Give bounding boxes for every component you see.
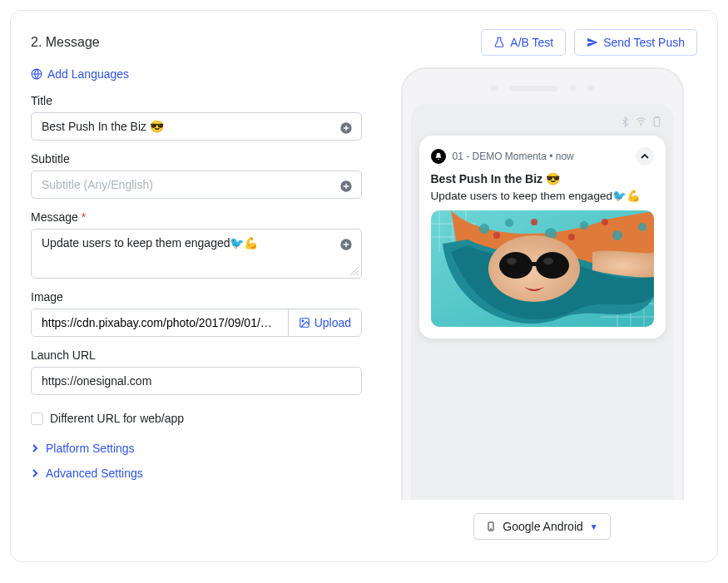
platform-selector-label: Google Android	[503, 520, 583, 533]
subtitle-label: Subtitle	[31, 152, 362, 166]
globe-icon	[31, 68, 42, 80]
svg-point-23	[580, 221, 588, 230]
panel-header: 2. Message A/B Test Send Test Push	[31, 29, 697, 56]
content-columns: Add Languages Title Subtitle Message *	[31, 67, 697, 540]
collapse-button[interactable]	[636, 147, 654, 166]
message-input-wrap	[31, 229, 362, 279]
image-input-row: Upload	[31, 309, 362, 337]
speaker-icon	[509, 86, 557, 91]
platform-settings-toggle[interactable]: Platform Settings	[31, 442, 362, 455]
svg-point-28	[568, 234, 575, 240]
battery-icon	[651, 116, 662, 127]
svg-point-29	[602, 219, 608, 225]
diff-url-row: Different URL for web/app	[31, 412, 362, 425]
svg-point-37	[491, 529, 492, 530]
svg-point-34	[507, 258, 517, 264]
advanced-settings-toggle[interactable]: Advanced Settings	[31, 467, 362, 480]
bluetooth-icon	[620, 116, 631, 127]
upload-label: Upload	[314, 316, 351, 329]
sensor-dot-icon	[569, 85, 576, 91]
sensor-dot-icon	[587, 85, 594, 91]
advanced-settings-label: Advanced Settings	[46, 467, 143, 480]
app-icon	[431, 149, 446, 164]
flask-icon	[493, 37, 505, 48]
notification-message: Update users to keep them engaged🐦💪	[431, 189, 654, 202]
svg-rect-7	[654, 117, 660, 126]
ab-test-button[interactable]: A/B Test	[481, 29, 566, 56]
status-bar	[419, 112, 666, 131]
title-input-wrap	[31, 112, 362, 141]
add-languages-label: Add Languages	[47, 67, 129, 81]
image-url-input[interactable]	[32, 309, 288, 336]
platform-selector[interactable]: Google Android ▼	[473, 513, 610, 540]
platform-settings-label: Platform Settings	[46, 442, 135, 455]
upload-icon	[299, 317, 310, 329]
svg-point-27	[531, 219, 537, 225]
subtitle-input-wrap	[31, 170, 362, 199]
form-column: Add Languages Title Subtitle Message *	[31, 67, 362, 492]
phone-screen: 01 - DEMO Momenta • now Best Push In the…	[411, 104, 674, 500]
caret-down-icon: ▼	[590, 522, 598, 531]
notification-image	[431, 210, 654, 327]
svg-point-21	[505, 219, 513, 227]
message-textarea[interactable]	[32, 230, 361, 278]
phone-top-hardware	[411, 77, 674, 99]
notification-card: 01 - DEMO Momenta • now Best Push In the…	[419, 136, 666, 338]
phone-frame: 01 - DEMO Momenta • now Best Push In the…	[401, 67, 684, 500]
send-test-push-button[interactable]: Send Test Push	[574, 29, 697, 56]
subtitle-field: Subtitle	[31, 152, 362, 199]
add-variable-icon[interactable]	[339, 238, 353, 251]
image-field: Image Upload	[31, 290, 362, 337]
send-test-label: Send Test Push	[603, 36, 685, 49]
notification-header: 01 - DEMO Momenta • now	[431, 147, 654, 166]
launch-url-label: Launch URL	[31, 348, 362, 362]
upload-button[interactable]: Upload	[288, 309, 361, 336]
section-title: 2. Message	[31, 35, 100, 50]
header-buttons: A/B Test Send Test Push	[481, 29, 697, 56]
send-icon	[587, 37, 598, 48]
preview-column: 01 - DEMO Momenta • now Best Push In the…	[387, 67, 697, 540]
title-field: Title	[31, 94, 362, 141]
title-input[interactable]	[32, 113, 361, 140]
svg-point-35	[543, 258, 553, 264]
svg-point-6	[640, 124, 641, 125]
ab-test-label: A/B Test	[510, 36, 553, 49]
add-languages-link[interactable]: Add Languages	[31, 67, 362, 81]
chevron-right-icon	[31, 469, 39, 477]
camera-dot-icon	[491, 85, 498, 91]
notification-title: Best Push In the Biz 😎	[431, 172, 654, 185]
svg-point-25	[638, 223, 646, 231]
svg-point-5	[302, 320, 304, 322]
notification-app-line: 01 - DEMO Momenta • now	[453, 151, 629, 162]
svg-point-24	[612, 230, 622, 240]
diff-url-label: Different URL for web/app	[50, 412, 184, 425]
message-field: Message *	[31, 210, 362, 279]
svg-point-20	[479, 224, 489, 234]
chevron-right-icon	[31, 444, 39, 452]
chevron-up-icon	[641, 152, 649, 161]
svg-rect-33	[531, 262, 539, 266]
svg-point-31	[499, 252, 532, 279]
wifi-icon	[636, 116, 646, 127]
add-variable-icon[interactable]	[339, 121, 353, 135]
message-label: Message *	[31, 210, 362, 224]
launch-url-input[interactable]	[32, 368, 361, 394]
diff-url-checkbox[interactable]	[31, 413, 43, 425]
image-label: Image	[31, 290, 362, 304]
launch-url-input-wrap	[31, 367, 362, 395]
svg-point-26	[493, 232, 500, 239]
svg-rect-8	[656, 116, 657, 117]
launch-url-field: Launch URL	[31, 348, 362, 395]
title-label: Title	[31, 94, 362, 107]
add-variable-icon[interactable]	[339, 180, 353, 193]
message-panel: 2. Message A/B Test Send Test Push Add L…	[10, 10, 718, 562]
subtitle-input[interactable]	[32, 171, 361, 198]
phone-icon	[486, 521, 496, 532]
svg-point-32	[536, 252, 569, 279]
